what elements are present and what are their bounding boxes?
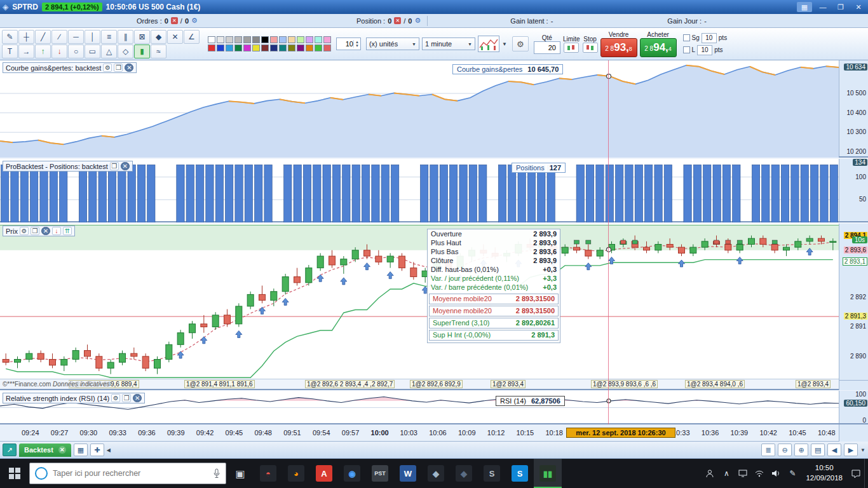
color-swatch[interactable] [226,44,233,51]
timeframe-select[interactable]: 1 minute ▼ [422,37,475,50]
trash-tool-icon[interactable]: ⊠ [134,30,150,44]
taskbar-app-trading[interactable]: ▮▮ [534,459,562,488]
color-swatch[interactable] [288,36,295,43]
color-swatch[interactable] [306,44,313,51]
vertical-line-tool-icon[interactable]: │ [85,30,100,44]
color-swatch[interactable] [297,44,304,51]
taskbar-app-skype[interactable]: S [506,459,534,488]
zoom-out-icon[interactable]: ⊖ [778,444,792,456]
qty-input[interactable] [534,44,556,51]
close-icon[interactable]: ✕ [41,227,50,235]
equity-chart[interactable] [0,60,839,158]
wifi-icon[interactable] [751,459,768,488]
new-chart-icon[interactable]: ▦ [74,444,88,456]
download-icon[interactable]: ↓ [52,227,61,235]
candlestick-chart-button-icon[interactable]: ▮ [134,44,150,58]
microphone-icon[interactable] [213,468,220,478]
taskbar-clock[interactable]: 10:50 12/09/2018 [801,463,848,483]
angle-tool-icon[interactable]: ∠ [184,30,200,44]
positions-badge[interactable]: Positions 127 [512,163,566,173]
color-swatch[interactable] [297,36,304,43]
wrench-icon[interactable]: ⚙ [20,227,29,235]
color-swatch[interactable] [315,36,322,43]
line-tool-icon[interactable]: ╱ [35,30,51,44]
taskbar-app-pst[interactable]: PST [366,459,394,488]
color-swatch[interactable] [252,44,260,51]
popout-icon[interactable]: ❐ [110,162,119,170]
rectangle-tool-icon[interactable]: ▭ [85,44,100,58]
measure-tool-icon[interactable]: ✎ [2,30,18,44]
l-pts-box[interactable]: 10 [697,45,712,55]
limite-order-button[interactable] [564,43,579,53]
rsi-scale[interactable]: 10060,1500 [839,391,868,423]
notification-icon[interactable] [848,459,864,488]
taskbar-app-red-a[interactable]: A [310,459,338,488]
taskbar-app-colorwheel[interactable]: ◓ [254,459,282,488]
color-swatch[interactable] [208,44,215,51]
taskbar-app-diamond-dark[interactable]: ◆ [450,459,478,488]
pen-icon[interactable]: ✎ [784,459,801,488]
close-icon[interactable]: ✕ [133,394,142,402]
period-spinner[interactable]: ▲▼ [336,37,361,50]
share-icon[interactable]: ↗ [3,444,17,456]
monitor-icon[interactable] [735,459,751,488]
color-swatch[interactable] [306,36,313,43]
color-swatch[interactable] [243,44,251,51]
sell-button[interactable]: 2 893,8 [600,38,637,57]
chart-window-icon[interactable]: ▤ [811,444,825,456]
add-workspace-icon[interactable]: ✚ [90,444,104,456]
color-swatch[interactable] [217,36,224,43]
popout-icon[interactable]: ❐ [122,394,131,402]
scroll-left-chart-icon[interactable]: ◀ [827,444,841,456]
chart-style-preview-button[interactable] [478,36,499,52]
color-swatch[interactable] [252,36,260,43]
popout-icon[interactable]: ❐ [114,64,123,72]
horizontal-line-tool-icon[interactable]: ─ [68,30,84,44]
settings-wrench-icon[interactable]: ⚙ [512,36,529,51]
arrow-up-tool-icon[interactable]: ↑ [35,44,51,58]
close-button[interactable]: ✕ [851,2,865,12]
color-swatch[interactable] [234,44,242,51]
cross-arrows-tool-icon[interactable]: ✕ [167,30,183,44]
close-position-icon[interactable]: ✕ [394,17,401,24]
color-swatch[interactable] [234,36,242,43]
ellipse-tool-icon[interactable]: ○ [68,44,84,58]
time-axis[interactable]: mer. 12 sept. 2018 10:26:30 09:2409:2709… [0,424,868,442]
channel-tool-icon[interactable]: ◇ [118,44,133,58]
color-swatch[interactable] [279,44,287,51]
chart-style-caret-icon[interactable]: ▼ [502,41,507,47]
brush-tool-icon[interactable]: ◆ [151,30,166,44]
close-icon[interactable]: ✕ [121,162,130,170]
sg-checkbox[interactable] [683,34,690,41]
minimize-button[interactable]: — [816,2,830,12]
orders-settings-icon[interactable]: ⚙ [191,17,198,25]
segment-tool-icon[interactable]: ∕ [51,30,67,44]
restore-panels-icon[interactable]: ⇈ [63,227,72,235]
zoom-in-icon[interactable]: ⊕ [794,444,808,456]
crosshair-tool-icon[interactable]: ┼ [18,30,34,44]
l-checkbox[interactable] [683,46,690,53]
maximize-button[interactable]: ❐ [834,2,848,12]
popout-icon[interactable]: ❐ [31,227,39,235]
stop-order-button[interactable] [583,43,598,53]
wrench-icon[interactable]: ⚙ [111,394,120,402]
close-icon[interactable]: ✕ [125,64,133,72]
taskbar-app-circle-s[interactable]: S [478,459,506,488]
wrench-icon[interactable]: ⚙ [103,64,112,72]
positions-scale[interactable]: 13410050 [839,159,868,221]
price-chart[interactable] [0,224,839,380]
color-swatch[interactable] [288,44,295,51]
taskbar-app-diamond-light[interactable]: ◆ [422,459,450,488]
workspace-grid-icon[interactable]: ▦ [797,2,812,12]
period-input[interactable] [337,40,353,48]
show-desktop-button[interactable] [864,459,868,488]
chevron-up-icon[interactable]: ∧ [718,459,735,488]
scroll-right-chart-icon[interactable]: ▶ [844,444,858,456]
fibonacci-tool-icon[interactable]: ≡ [101,30,117,44]
color-swatch[interactable] [270,36,278,43]
color-swatch[interactable] [315,44,322,51]
taskbar-app-chrome[interactable]: ◉ [338,459,366,488]
color-swatch[interactable] [226,36,233,43]
people-icon[interactable] [702,459,718,488]
sg-pts-box[interactable]: 10 [702,33,717,43]
